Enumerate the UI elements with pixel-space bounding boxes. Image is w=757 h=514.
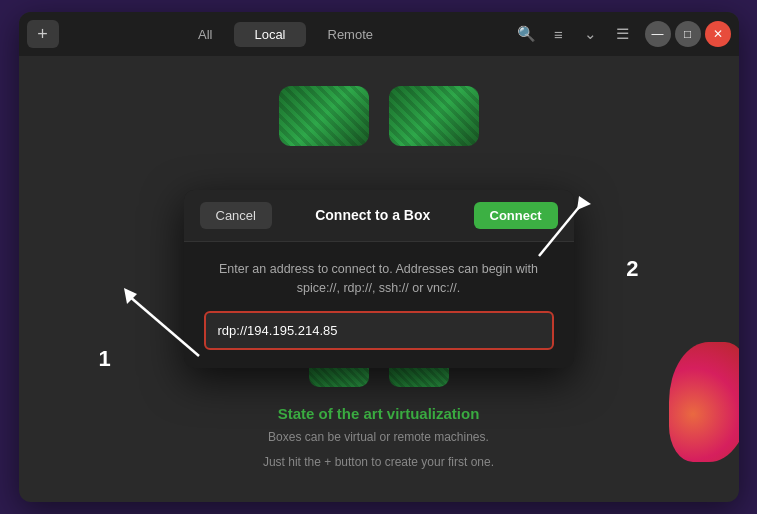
tab-remote[interactable]: Remote bbox=[308, 22, 394, 47]
titlebar-actions: 🔍 ≡ ⌄ ☰ bbox=[513, 20, 637, 48]
maximize-button[interactable]: □ bbox=[675, 21, 701, 47]
connect-button[interactable]: Connect bbox=[474, 202, 558, 229]
address-input[interactable] bbox=[204, 311, 554, 350]
window-controls: — □ ✕ bbox=[645, 21, 731, 47]
dialog-body: Enter an address to connect to. Addresse… bbox=[184, 242, 574, 369]
tab-local[interactable]: Local bbox=[234, 22, 305, 47]
titlebar: + All Local Remote 🔍 ≡ ⌄ ☰ — □ ✕ bbox=[19, 12, 739, 56]
dialog-header: Cancel Connect to a Box Connect bbox=[184, 190, 574, 242]
connect-dialog: Cancel Connect to a Box Connect Enter an… bbox=[184, 190, 574, 369]
dialog-title: Connect to a Box bbox=[282, 207, 464, 223]
tab-bar: All Local Remote bbox=[63, 22, 509, 47]
minimize-button[interactable]: — bbox=[645, 21, 671, 47]
add-button[interactable]: + bbox=[27, 20, 59, 48]
search-button[interactable]: 🔍 bbox=[513, 20, 541, 48]
app-window: + All Local Remote 🔍 ≡ ⌄ ☰ — □ ✕ bbox=[19, 12, 739, 502]
dialog-overlay: Cancel Connect to a Box Connect Enter an… bbox=[19, 56, 739, 502]
close-button[interactable]: ✕ bbox=[705, 21, 731, 47]
dialog-hint: Enter an address to connect to. Addresse… bbox=[204, 260, 554, 298]
sort-button[interactable]: ⌄ bbox=[577, 20, 605, 48]
tab-all[interactable]: All bbox=[178, 22, 232, 47]
cancel-button[interactable]: Cancel bbox=[200, 202, 272, 229]
list-view-button[interactable]: ≡ bbox=[545, 20, 573, 48]
main-content: Cancel Connect to a Box Connect Enter an… bbox=[19, 56, 739, 502]
menu-button[interactable]: ☰ bbox=[609, 20, 637, 48]
